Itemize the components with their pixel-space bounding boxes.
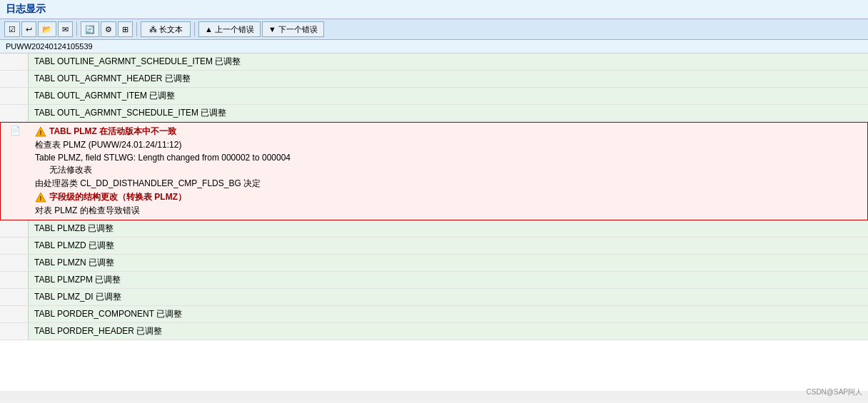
page-title: 日志显示: [6, 3, 46, 14]
log-text: TABL PLMZB 已调整: [34, 223, 113, 235]
error-line-text: Table PLMZ, field STLWG: Length changed …: [35, 153, 291, 163]
log-text: TABL PORDER_COMPONENT 已调整: [34, 308, 182, 320]
log-text: TABL PLMZD 已调整: [34, 240, 114, 252]
down-arrow-icon: ▼: [268, 25, 276, 34]
row-icon-cell: [0, 88, 29, 104]
row-icon-cell: [0, 238, 29, 254]
warning-icon: !: [35, 192, 46, 203]
row-icon-cell: [0, 255, 29, 271]
row-content: TABL OUTL_AGRMNT_SCHEDULE_ITEM 已调整: [29, 105, 868, 121]
warning-icon: !: [35, 126, 46, 138]
btn-settings[interactable]: ⚙: [101, 21, 116, 37]
row-content: TABL OUTL_AGRMNT_ITEM 已调整: [29, 88, 868, 104]
row-icon-cell: [0, 220, 29, 237]
next-error-label: 下一个错误: [278, 24, 318, 35]
title-bar: 日志显示: [0, 0, 868, 19]
btn-refresh[interactable]: 🔄: [81, 21, 99, 37]
error-line-text: 对表 PLMZ 的检查导致错误: [35, 205, 140, 217]
row-icon-cell: [0, 105, 29, 121]
log-row: TABL OUTL_AGRMNT_SCHEDULE_ITEM 已调整: [0, 105, 868, 122]
settings-icon: ⚙: [105, 25, 112, 34]
folder-icon: 📂: [42, 25, 52, 34]
log-row: TABL PORDER_COMPONENT 已调整: [0, 306, 868, 323]
toolbar: ☑ ↩ 📂 ✉ 🔄 ⚙ ⊞ ⁂ 长文本 ▲ 上一个错误 ▼ 下一个错误: [0, 19, 868, 40]
row-icon-cell: [0, 272, 29, 288]
up-arrow-icon: ▲: [205, 25, 213, 34]
log-row: TABL PLMZ_DI 已调整: [0, 289, 868, 306]
error-line-text: 无法修改表: [49, 164, 92, 176]
btn-undo[interactable]: ↩: [21, 21, 36, 37]
log-text: TABL PORDER_HEADER 已调整: [34, 325, 162, 337]
prev-error-label: 上一个错误: [215, 24, 254, 35]
error-line-text: 字段级的结构更改（转换表 PLMZ）: [49, 191, 186, 203]
row-content: TABL OUTL_AGRMNT_HEADER 已调整: [29, 71, 868, 87]
session-info: PUWW20240124105539: [0, 40, 868, 53]
row-icon-cell: [0, 323, 29, 340]
row-icon-cell: [0, 306, 29, 322]
row-content: TABL PORDER_COMPONENT 已调整: [29, 306, 868, 322]
log-text: TABL OUTL_AGRMNT_SCHEDULE_ITEM 已调整: [34, 107, 226, 119]
row-content: TABL PLMZ_DI 已调整: [29, 289, 868, 305]
svg-text:!: !: [40, 129, 42, 136]
error-line-text: TABL PLMZ 在活动版本中不一致: [49, 126, 176, 138]
longtext-icon: ⁂: [149, 25, 157, 34]
btn-next-error[interactable]: ▼ 下一个错误: [262, 21, 324, 37]
btn-prev-error[interactable]: ▲ 上一个错误: [198, 21, 261, 37]
log-text: TABL OUTL_AGRMNT_HEADER 已调整: [34, 73, 191, 85]
error-block-row: 📄!TABL PLMZ 在活动版本中不一致检查表 PLMZ (PUWW/24.0…: [0, 122, 868, 220]
btn-grid[interactable]: ⊞: [118, 21, 133, 37]
log-text: TABL PLMZPM 已调整: [34, 274, 121, 286]
svg-text:!: !: [40, 195, 42, 202]
row-content: TABL OUTLINE_AGRMNT_SCHEDULE_ITEM 已调整: [29, 53, 868, 70]
email-icon: ✉: [62, 25, 69, 34]
row-icon-cell: [0, 289, 29, 305]
error-line: 无法修改表: [49, 164, 92, 176]
log-row: TABL PORDER_HEADER 已调整: [0, 323, 868, 340]
error-line: 对表 PLMZ 的检查导致错误: [35, 205, 140, 217]
row-content: TABL PLMZD 已调整: [29, 238, 868, 254]
error-inner: 📄!TABL PLMZ 在活动版本中不一致检查表 PLMZ (PUWW/24.0…: [1, 123, 867, 220]
undo-icon: ↩: [26, 25, 32, 34]
error-line: !TABL PLMZ 在活动版本中不一致: [35, 126, 176, 138]
log-row: TABL PLMZD 已调整: [0, 238, 868, 255]
log-row: TABL OUTLINE_AGRMNT_SCHEDULE_ITEM 已调整: [0, 53, 868, 71]
sep2: [136, 22, 137, 36]
log-row: TABL PLMZB 已调整: [0, 220, 868, 238]
btn-longtext[interactable]: ⁂ 长文本: [141, 21, 191, 37]
log-text: TABL OUTL_AGRMNT_ITEM 已调整: [34, 90, 175, 102]
btn-folder[interactable]: 📂: [38, 21, 56, 37]
btn-email[interactable]: ✉: [58, 21, 73, 37]
log-row: TABL PLMZN 已调整: [0, 255, 868, 272]
error-content: !TABL PLMZ 在活动版本中不一致检查表 PLMZ (PUWW/24.01…: [29, 123, 867, 220]
sep3: [194, 22, 195, 36]
row-icon-cell: [0, 53, 29, 70]
error-line: 由处理器类 CL_DD_DISTHANDLER_CMP_FLDS_BG 决定: [35, 178, 261, 190]
row-content: TABL PLMZB 已调整: [29, 220, 868, 237]
error-line: !字段级的结构更改（转换表 PLMZ）: [35, 191, 186, 203]
row-content: TABL PLMZN 已调整: [29, 255, 868, 271]
log-text: TABL PLMZN 已调整: [34, 257, 114, 269]
error-line: 检查表 PLMZ (PUWW/24.01.24/11:12): [35, 139, 181, 151]
btn-save[interactable]: ☑: [4, 21, 20, 37]
log-row: TABL OUTL_AGRMNT_HEADER 已调整: [0, 71, 868, 88]
log-row: TABL PLMZPM 已调整: [0, 272, 868, 289]
error-icon-cell: 📄: [1, 123, 29, 220]
log-text: TABL PLMZ_DI 已调整: [34, 291, 121, 303]
log-text: TABL OUTLINE_AGRMNT_SCHEDULE_ITEM 已调整: [34, 56, 241, 68]
session-id: PUWW20240124105539: [6, 42, 93, 51]
error-line: Table PLMZ, field STLWG: Length changed …: [35, 153, 291, 163]
error-line-text: 由处理器类 CL_DD_DISTHANDLER_CMP_FLDS_BG 决定: [35, 178, 261, 190]
log-content[interactable]: TABL OUTLINE_AGRMNT_SCHEDULE_ITEM 已调整TAB…: [0, 53, 868, 391]
row-content: TABL PLMZPM 已调整: [29, 272, 868, 288]
longtext-label: 长文本: [159, 24, 183, 35]
refresh-icon: 🔄: [85, 25, 95, 34]
log-row: TABL OUTL_AGRMNT_ITEM 已调整: [0, 88, 868, 105]
row-content: TABL PORDER_HEADER 已调整: [29, 323, 868, 340]
grid-icon: ⊞: [122, 25, 128, 34]
sep1: [76, 22, 77, 36]
row-icon-cell: [0, 71, 29, 87]
error-line-text: 检查表 PLMZ (PUWW/24.01.24/11:12): [35, 139, 181, 151]
save-icon: ☑: [9, 25, 16, 34]
